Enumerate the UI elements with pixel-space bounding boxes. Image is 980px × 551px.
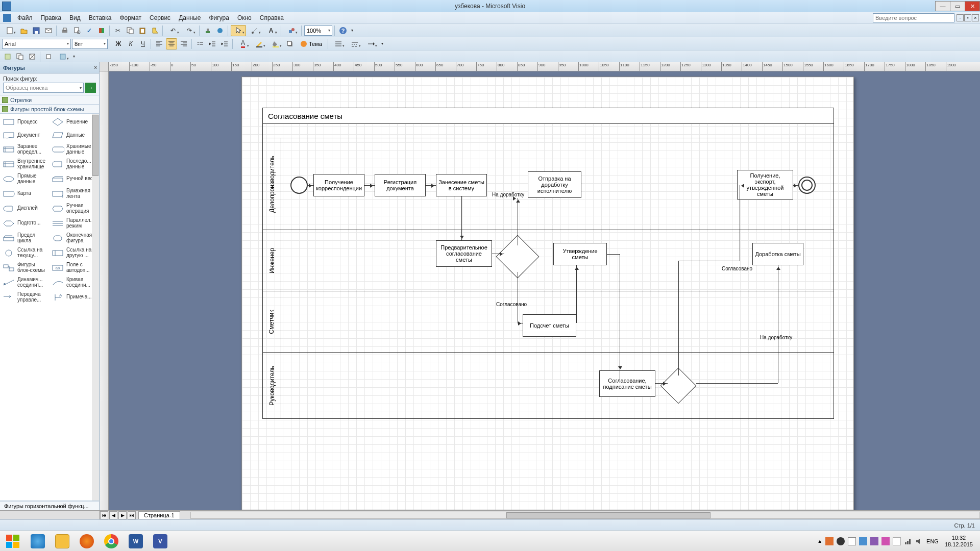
end-terminator[interactable] [798, 177, 816, 194]
line-pattern-button[interactable] [347, 38, 362, 49]
minimize-button[interactable]: — [935, 1, 950, 11]
tray-icon[interactable] [859, 537, 867, 545]
shape-master[interactable]: Хранимые данные [50, 142, 98, 156]
shape-master[interactable]: Подгото... [1, 216, 49, 230]
menu-window[interactable]: Окно [233, 13, 256, 22]
shape-master[interactable]: AПримеча... [50, 290, 98, 304]
print-button[interactable] [59, 25, 70, 36]
control-menu-icon[interactable] [3, 14, 11, 22]
start-button[interactable] [0, 531, 26, 552]
menu-data[interactable]: Данные [175, 13, 205, 22]
theme-button[interactable]: Тема [297, 38, 326, 49]
diagram-title[interactable]: Согласование сметы [262, 108, 834, 124]
shape-master[interactable]: Ссылка на другую ... [50, 246, 98, 260]
menu-view[interactable]: Вид [65, 13, 85, 22]
doc-close-button[interactable]: × [972, 14, 979, 21]
bold-button[interactable]: Ж [113, 38, 124, 49]
tray-language[interactable]: ENG [926, 538, 939, 544]
process-sign-estimate[interactable]: Согласование, подписание сметы [599, 370, 655, 397]
taskbar-chrome[interactable] [99, 531, 124, 552]
save-button[interactable] [31, 25, 42, 36]
process-receive-correspondence[interactable]: Получение корреспонденции [313, 174, 364, 196]
mail-button[interactable] [43, 25, 54, 36]
help-search-input[interactable] [873, 13, 954, 22]
new-button[interactable] [2, 25, 17, 36]
tray-action-center-icon[interactable] [893, 537, 901, 545]
shape-master[interactable]: Документ [1, 129, 49, 141]
menu-help[interactable]: Справка [256, 13, 288, 22]
pointer-tool-button[interactable] [231, 25, 246, 36]
shape-master[interactable]: Фигуры блок-схемы [1, 261, 49, 274]
tray-icon[interactable] [825, 537, 834, 545]
menu-shape[interactable]: Фигура [205, 13, 233, 22]
shapes-button[interactable] [284, 25, 299, 36]
tray-show-hidden-icon[interactable]: ▲ [817, 538, 822, 544]
process-enter-estimate[interactable]: Занесение сметы в систему [436, 174, 487, 196]
print-preview-button[interactable] [71, 25, 83, 36]
tray-icon[interactable] [848, 537, 856, 545]
process-calculate-estimate[interactable]: Подсчет сметы [523, 314, 576, 337]
align-center-button[interactable] [166, 38, 177, 49]
shape-master[interactable]: Заранее определ... [1, 142, 49, 156]
tab-nav-prev[interactable]: ◀ [109, 511, 117, 519]
tab-nav-next[interactable]: ▶ [118, 511, 127, 519]
menu-insert[interactable]: Вставка [85, 13, 116, 22]
process-send-for-revision[interactable]: Отправка на доработку исполнителю [528, 171, 581, 198]
doc-restore-button[interactable]: ▫ [964, 14, 971, 21]
tray-network-icon[interactable] [904, 537, 912, 545]
line-color-button[interactable] [252, 38, 267, 49]
tray-icon[interactable] [870, 537, 878, 545]
process-revision[interactable]: Доработка сметы [752, 243, 803, 265]
action-btn-5[interactable] [55, 51, 70, 62]
taskbar-explorer[interactable] [50, 531, 75, 552]
tab-nav-first[interactable]: ⏮ [100, 511, 108, 519]
tab-nav-last[interactable]: ⏭ [128, 511, 136, 519]
stencil-arrows[interactable]: Стрелки [0, 95, 99, 105]
shape-master[interactable]: Предел цикла [1, 231, 49, 245]
shape-master[interactable]: Прямые данные [1, 172, 49, 186]
action-toolbar-options-button[interactable]: ▾ [71, 51, 77, 62]
format-toolbar-options-button[interactable]: ▾ [380, 38, 385, 49]
font-color-button[interactable]: A [235, 38, 251, 49]
stencil-swimlane[interactable]: Фигуры горизонтальной функц... [0, 501, 99, 510]
shape-master[interactable]: Последо... данные [50, 157, 98, 171]
copy-button[interactable] [125, 25, 136, 36]
shape-master[interactable]: Внутреннее хранилище [1, 157, 49, 171]
open-button[interactable] [18, 25, 30, 36]
action-btn-3[interactable] [27, 51, 38, 62]
toolbar-options-button[interactable]: ▾ [350, 25, 355, 36]
shape-master[interactable]: Передача управле... [1, 290, 49, 304]
shapes-search-input[interactable]: Образец поиска [3, 83, 84, 93]
zoom-combo[interactable]: 100% [304, 26, 332, 36]
shape-master[interactable]: abПоле с автодоп... [50, 261, 98, 274]
underline-button[interactable]: Ч [137, 38, 149, 49]
shape-master[interactable]: Параллел... режим [50, 216, 98, 230]
shape-master[interactable]: Дисплей [1, 202, 49, 215]
align-left-button[interactable] [154, 38, 165, 49]
page-tab-1[interactable]: Страница-1 [138, 511, 180, 519]
swimlane-4[interactable]: Руководитель [262, 353, 834, 419]
maximize-button[interactable]: ▭ [950, 1, 965, 11]
start-terminator[interactable] [290, 177, 308, 194]
shape-master[interactable]: Ручная операция [50, 202, 98, 215]
text-tool-button[interactable]: A [263, 25, 279, 36]
canvas-viewport[interactable]: Согласование сметы Делопроизводитель Инж… [109, 71, 980, 510]
connector-tool-button[interactable] [247, 25, 262, 36]
redo-button[interactable]: ↷ [182, 25, 197, 36]
tray-clock[interactable]: 10:32 18.12.2015 [942, 535, 976, 547]
process-preliminary-approval[interactable]: Предварительное согласование сметы [436, 240, 492, 267]
spelling-button[interactable]: ✓ [84, 25, 95, 36]
shapes-search-go-button[interactable]: → [85, 83, 96, 93]
decision-1[interactable] [502, 241, 533, 272]
close-button[interactable]: ✕ [965, 1, 980, 11]
horizontal-scrollbar[interactable] [190, 512, 980, 519]
decision-2[interactable] [666, 373, 691, 398]
action-btn-4[interactable] [43, 51, 54, 62]
process-register-document[interactable]: Регистрация документа [375, 174, 426, 196]
taskbar-ie[interactable] [26, 531, 50, 552]
menu-format[interactable]: Формат [115, 13, 145, 22]
undo-button[interactable]: ↶ [165, 25, 181, 36]
action-btn-2[interactable] [14, 51, 26, 62]
taskbar-firefox[interactable] [75, 531, 99, 552]
tray-icon[interactable] [881, 537, 890, 545]
